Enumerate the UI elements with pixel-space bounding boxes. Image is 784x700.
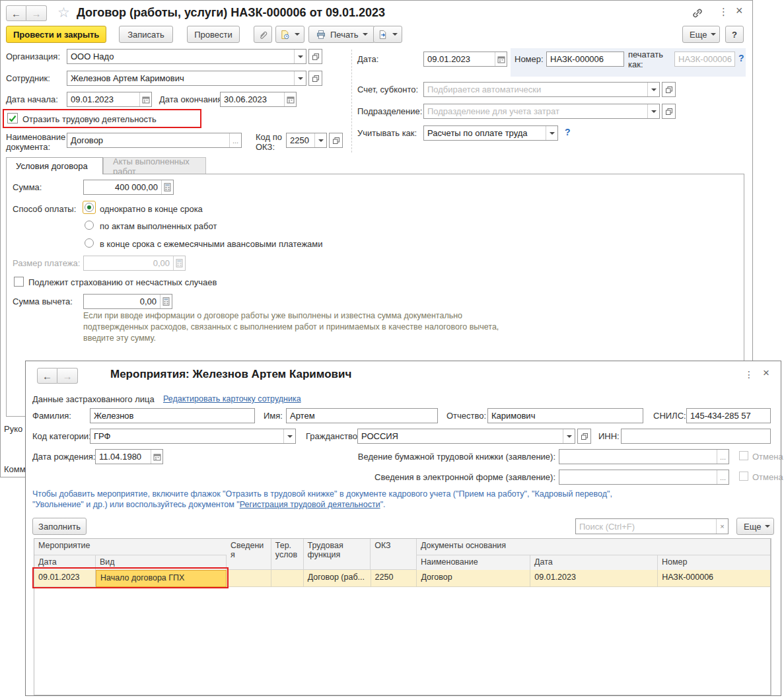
cell-info[interactable]: [227, 570, 271, 587]
department-field[interactable]: Подразделение для учета затрат: [423, 104, 660, 119]
attachments-button[interactable]: [254, 26, 272, 43]
payment-size-field[interactable]: 0,00: [83, 256, 186, 271]
dropdown-icon[interactable]: [647, 104, 659, 118]
header-info[interactable]: Сведения: [227, 539, 271, 570]
window-menu-icon[interactable]: ⋮: [744, 369, 754, 380]
create-based-on-button[interactable]: [275, 26, 304, 43]
start-date-field[interactable]: 09.01.2023: [67, 92, 152, 107]
cell-doc-number[interactable]: НАЗК-000006: [658, 570, 770, 587]
get-link-icon[interactable]: [692, 7, 703, 19]
calendar-icon[interactable]: [139, 92, 151, 106]
calculator-icon[interactable]: [160, 295, 172, 308]
tab-contract-terms[interactable]: Условия договора: [6, 157, 103, 174]
table-scrollbar[interactable]: [771, 538, 779, 695]
print-button[interactable]: Печать: [308, 26, 375, 43]
dropdown-icon[interactable]: [647, 83, 659, 96]
dropdown-icon[interactable]: [294, 50, 306, 63]
citizenship-field[interactable]: РОССИЯ: [357, 429, 575, 444]
post-and-close-button[interactable]: Провести и закрыть: [6, 26, 106, 43]
cell-labor-function[interactable]: Договор (раб...: [304, 570, 371, 587]
clear-search-icon[interactable]: ×: [716, 519, 728, 534]
cell-doc-date[interactable]: 09.01.2023: [530, 570, 658, 587]
header-territory[interactable]: Тер. услов: [271, 539, 304, 570]
fill-button[interactable]: Заполнить: [32, 518, 87, 535]
okz-code-field[interactable]: 2250: [286, 133, 327, 148]
radio-once-at-end[interactable]: [85, 203, 94, 212]
dropdown-icon[interactable]: [294, 71, 306, 85]
end-date-field[interactable]: 30.06.2023: [220, 92, 297, 107]
close-icon[interactable]: ×: [736, 5, 743, 16]
calendar-icon[interactable]: [284, 92, 296, 106]
forward-button[interactable]: →: [57, 368, 78, 384]
account-open-button[interactable]: [662, 82, 676, 97]
sum-field[interactable]: 400 000,00: [83, 180, 174, 195]
firstname-field[interactable]: Артем: [286, 408, 438, 423]
dropdown-icon[interactable]: [563, 429, 575, 443]
organization-open-button[interactable]: [308, 49, 322, 64]
paper-workbook-field[interactable]: ...: [559, 449, 729, 464]
calculator-icon[interactable]: [161, 180, 173, 194]
account-field[interactable]: Подбирается автоматически: [423, 82, 660, 97]
department-open-button[interactable]: [662, 104, 676, 119]
dropdown-icon[interactable]: [283, 429, 295, 443]
table-row[interactable]: 09.01.2023 Начало договора ГПХ Договор (…: [34, 570, 770, 587]
okz-open-button[interactable]: [329, 133, 343, 148]
more-button[interactable]: Еще: [736, 518, 774, 535]
header-okz[interactable]: ОКЗ: [371, 539, 417, 570]
header-docs[interactable]: Документы основания: [417, 539, 770, 555]
reflect-labor-checkbox[interactable]: [7, 113, 18, 123]
electronic-info-field[interactable]: ...: [559, 470, 729, 485]
header-event-kind[interactable]: Вид: [96, 555, 227, 570]
number-field[interactable]: НАЗК-000006: [546, 52, 624, 67]
employee-field[interactable]: Железнов Артем Каримович: [67, 71, 306, 86]
window-menu-icon[interactable]: ⋮: [719, 7, 729, 17]
birthdate-field[interactable]: 11.04.1980: [95, 449, 163, 464]
search-box[interactable]: ×: [575, 518, 729, 534]
choose-ellipsis-icon[interactable]: ...: [717, 450, 729, 464]
more-button[interactable]: Еще: [682, 26, 720, 43]
header-event-date[interactable]: Дата: [34, 555, 96, 570]
dropdown-icon[interactable]: [546, 126, 557, 140]
help-button[interactable]: ?: [725, 26, 744, 43]
count-as-help-icon[interactable]: ?: [565, 127, 571, 137]
radio-monthly-advance[interactable]: [85, 238, 94, 248]
export-button[interactable]: [373, 26, 402, 43]
snils-field[interactable]: 145-434-285 57: [686, 408, 771, 423]
labor-registration-link[interactable]: Регистрация трудовой деятельности: [240, 500, 380, 509]
cell-okz[interactable]: 2250: [371, 570, 417, 587]
cell-territory[interactable]: [271, 570, 304, 587]
post-button[interactable]: Провести: [187, 26, 240, 43]
header-doc-number[interactable]: Номер: [658, 555, 770, 570]
favorite-star-icon[interactable]: ☆: [57, 5, 70, 20]
close-icon[interactable]: ×: [763, 368, 769, 378]
deduction-field[interactable]: 0,00: [83, 294, 172, 309]
cell-event-date[interactable]: 09.01.2023: [34, 570, 96, 587]
back-button[interactable]: ←: [37, 368, 57, 384]
edit-employee-card-link[interactable]: Редактировать карточку сотрудника: [163, 394, 301, 403]
radio-by-acts[interactable]: [85, 221, 94, 230]
header-event[interactable]: Мероприятие: [34, 539, 227, 555]
save-button[interactable]: Записать: [119, 26, 173, 43]
category-code-field[interactable]: ГРФ: [90, 429, 296, 444]
organization-field[interactable]: ООО Надо: [67, 49, 306, 64]
inn-field[interactable]: [621, 429, 771, 444]
forward-button[interactable]: →: [26, 5, 47, 21]
choose-ellipsis-icon[interactable]: ...: [717, 470, 729, 484]
doc-date-field[interactable]: 09.01.2023: [423, 52, 507, 67]
header-labor-function[interactable]: Трудовая функция: [304, 539, 371, 570]
search-input[interactable]: [576, 519, 716, 534]
insurance-checkbox[interactable]: [14, 277, 24, 287]
back-button[interactable]: ←: [6, 5, 26, 21]
header-doc-date[interactable]: Дата: [530, 555, 658, 570]
doc-name-field[interactable]: Договор ...: [67, 133, 242, 148]
calendar-icon[interactable]: [151, 450, 162, 464]
calendar-icon[interactable]: [495, 52, 507, 66]
number-help-icon[interactable]: ?: [738, 53, 744, 63]
lastname-field[interactable]: Железнов: [90, 408, 255, 423]
print-as-field[interactable]: НАЗК-000006: [674, 52, 735, 67]
employee-open-button[interactable]: [308, 71, 322, 86]
cell-event-kind[interactable]: Начало договора ГПХ: [96, 570, 227, 587]
header-doc-name[interactable]: Наименование: [417, 555, 530, 570]
citizenship-open-button[interactable]: [577, 429, 591, 444]
tab-work-acts[interactable]: Акты выполненных работ: [103, 157, 206, 174]
